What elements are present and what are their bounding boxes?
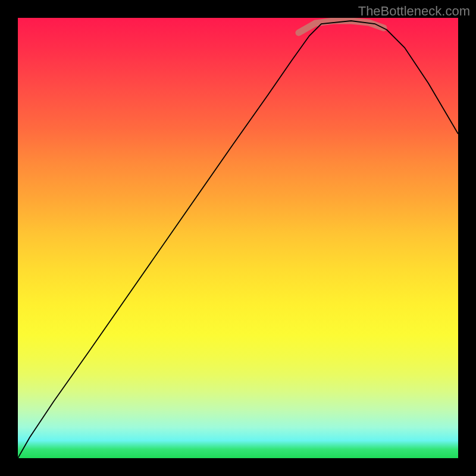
chart-svg [18,18,458,458]
min-highlight-segment [299,21,384,33]
watermark-text: TheBottleneck.com [358,4,470,19]
plot-area [18,18,458,458]
bottleneck-curve-line [18,21,458,458]
